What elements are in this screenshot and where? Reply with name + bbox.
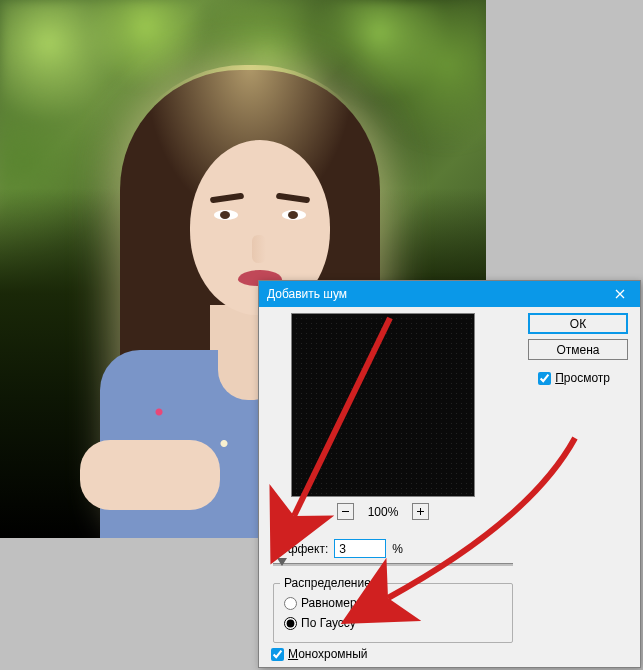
preview-checkbox-label: Просмотр xyxy=(555,371,610,385)
preview-checkbox[interactable] xyxy=(538,372,551,385)
uniform-label: Равномерная xyxy=(301,596,376,610)
gaussian-label: По Гауссу xyxy=(301,616,356,630)
uniform-radio-row[interactable]: Равномерная xyxy=(284,596,376,610)
mono-checkbox-row[interactable]: Монохромный xyxy=(271,647,368,661)
zoom-out-button[interactable] xyxy=(337,503,354,520)
zoom-value: 100% xyxy=(368,505,399,519)
amount-row: Эффект: % xyxy=(279,539,403,558)
minus-icon xyxy=(341,507,350,516)
add-noise-dialog: Добавить шум 100% ОК Отмена Просмотр Эфф… xyxy=(258,280,641,668)
dialog-title: Добавить шум xyxy=(267,287,600,301)
zoom-controls: 100% xyxy=(291,503,475,520)
cancel-button[interactable]: Отмена xyxy=(528,339,628,360)
dialog-body: 100% ОК Отмена Просмотр Эффект: % Распре… xyxy=(259,307,640,669)
amount-unit: % xyxy=(392,542,403,556)
zoom-in-button[interactable] xyxy=(412,503,429,520)
distribution-legend: Распределение xyxy=(280,576,375,590)
amount-input[interactable] xyxy=(334,539,386,558)
amount-label: Эффект: xyxy=(279,542,328,556)
gaussian-radio[interactable] xyxy=(284,617,297,630)
distribution-fieldset: Распределение Равномерная По Гауссу xyxy=(273,583,513,643)
dialog-titlebar[interactable]: Добавить шум xyxy=(259,281,640,307)
amount-slider-thumb[interactable] xyxy=(277,558,287,566)
amount-slider-track[interactable] xyxy=(273,563,513,566)
gaussian-radio-row[interactable]: По Гауссу xyxy=(284,616,356,630)
noise-preview[interactable] xyxy=(291,313,475,497)
plus-icon xyxy=(416,507,425,516)
mono-checkbox-label: Монохромный xyxy=(288,647,368,661)
uniform-radio[interactable] xyxy=(284,597,297,610)
mono-checkbox[interactable] xyxy=(271,648,284,661)
ok-button[interactable]: ОК xyxy=(528,313,628,334)
preview-checkbox-row[interactable]: Просмотр xyxy=(538,371,610,385)
close-button[interactable] xyxy=(600,281,640,307)
close-icon xyxy=(615,289,625,299)
